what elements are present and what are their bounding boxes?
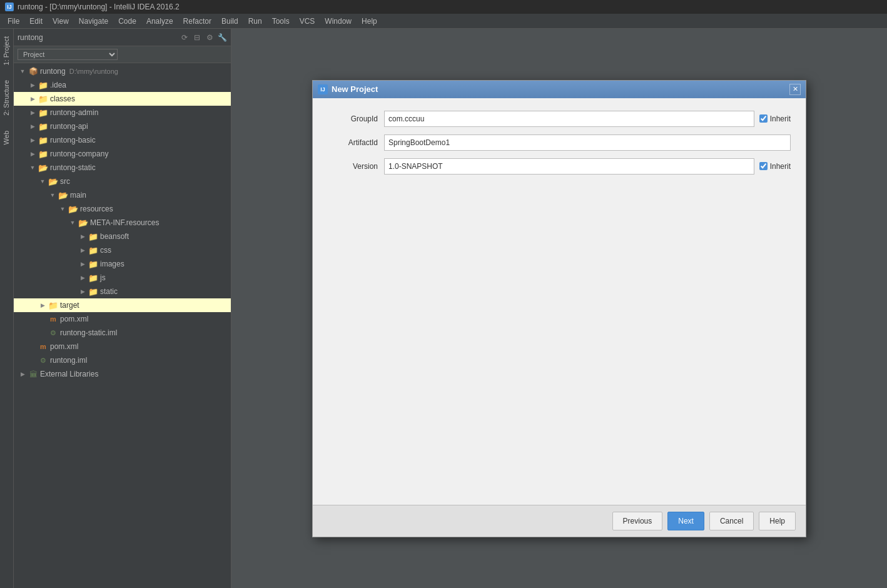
tab-web[interactable]: Web <box>0 123 13 152</box>
menu-refactor[interactable]: Refactor <box>178 16 216 27</box>
target-arrow: ▶ <box>39 302 46 309</box>
admin-label: runtong-admin <box>50 108 98 117</box>
tree-external-libs[interactable]: ▶ 🏛 External Libraries <box>14 367 231 381</box>
menu-bar: File Edit View Navigate Code Analyze Ref… <box>0 14 887 29</box>
project-selector: Project Packages Scratches <box>14 46 231 63</box>
tree-runtong-admin[interactable]: ▶ 📁 runtong-admin <box>14 106 231 119</box>
next-button[interactable]: Next <box>667 512 704 530</box>
company-folder-icon: 📁 <box>38 149 48 159</box>
settings-button[interactable]: ⚙ <box>205 33 215 43</box>
cancel-button[interactable]: Cancel <box>709 512 754 530</box>
js-label: js <box>100 273 106 282</box>
resources-folder-icon: 📂 <box>68 204 78 214</box>
menu-window[interactable]: Window <box>320 16 357 27</box>
new-project-dialog: IJ New Project ✕ GroupId Inherit <box>312 80 806 537</box>
main-label: main <box>70 191 86 200</box>
main-arrow: ▼ <box>49 191 56 199</box>
tree-runtong-iml[interactable]: ⚙ runtong.iml <box>14 353 231 367</box>
basic-folder-icon: 📁 <box>38 135 48 145</box>
css-arrow: ▶ <box>79 246 86 254</box>
menu-run[interactable]: Run <box>243 16 267 27</box>
panel-actions: ⟳ ⊟ ⚙ 🔧 <box>180 33 227 43</box>
tab-project[interactable]: 1: Project <box>0 29 13 73</box>
tree-beansoft[interactable]: ▶ 📁 beansoft <box>14 230 231 243</box>
pom-static-label: pom.xml <box>60 315 88 323</box>
gear-button[interactable]: 🔧 <box>217 33 227 43</box>
group-id-inherit-checkbox[interactable] <box>759 114 768 123</box>
tree-runtong-company[interactable]: ▶ 📁 runtong-company <box>14 147 231 161</box>
tree-static-folder[interactable]: ▶ 📁 static <box>14 285 231 298</box>
js-arrow: ▶ <box>79 274 86 281</box>
sync-button[interactable]: ⟳ <box>180 33 190 43</box>
tree-classes[interactable]: ▶ 📁 classes <box>14 92 231 106</box>
app-icon: IJ <box>5 3 14 11</box>
tree-images[interactable]: ▶ 📁 images <box>14 257 231 271</box>
group-id-inherit-label: Inherit <box>770 114 791 123</box>
menu-navigate[interactable]: Navigate <box>74 16 113 27</box>
company-label: runtong-company <box>50 150 108 158</box>
panel-header: runtong ⟳ ⊟ ⚙ 🔧 <box>14 29 231 46</box>
menu-edit[interactable]: Edit <box>24 16 48 27</box>
dialog-body: GroupId Inherit ArtifactId <box>313 98 806 505</box>
tree-runtong-basic[interactable]: ▶ 📁 runtong-basic <box>14 133 231 147</box>
tree-pom-static[interactable]: m pom.xml <box>14 312 231 326</box>
artifact-id-label: ArtifactId <box>328 138 378 147</box>
menu-vcs[interactable]: VCS <box>295 16 320 27</box>
menu-file[interactable]: File <box>3 16 24 27</box>
menu-analyze[interactable]: Analyze <box>141 16 178 27</box>
tree-runtong-static[interactable]: ▼ 📂 runtong-static <box>14 161 231 175</box>
help-button[interactable]: Help <box>759 512 796 530</box>
dialog-title-text: New Project <box>332 84 378 94</box>
tree-css[interactable]: ▶ 📁 css <box>14 243 231 257</box>
admin-folder-icon: 📁 <box>38 108 48 118</box>
dialog-close-button[interactable]: ✕ <box>789 84 801 95</box>
left-panel: 1: Project 2: Structure Web runtong ⟳ ⊟ … <box>0 29 231 588</box>
resources-label: resources <box>80 205 113 213</box>
tree-pom-root[interactable]: m pom.xml <box>14 340 231 353</box>
menu-view[interactable]: View <box>48 16 74 27</box>
static-folder-label: static <box>100 287 118 296</box>
tree-idea[interactable]: ▶ 📁 .idea <box>14 78 231 92</box>
target-folder-icon: 📁 <box>48 300 58 310</box>
tree-js[interactable]: ▶ 📁 js <box>14 271 231 285</box>
view-selector[interactable]: Project Packages Scratches <box>18 49 118 60</box>
file-tree[interactable]: ▼ 📦 runtong D:\mmy\runtong ▶ 📁 .idea ▶ � <box>14 63 231 588</box>
menu-code[interactable]: Code <box>113 16 141 27</box>
group-id-input[interactable] <box>384 111 754 127</box>
tree-runtong-api[interactable]: ▶ 📁 runtong-api <box>14 119 231 133</box>
root-arrow: ▼ <box>19 68 26 75</box>
tree-root[interactable]: ▼ 📦 runtong D:\mmy\runtong <box>14 64 231 78</box>
runtong-iml-icon: ⚙ <box>38 355 48 365</box>
tree-meta-inf[interactable]: ▼ 📂 META-INF.resources <box>14 216 231 230</box>
menu-help[interactable]: Help <box>357 16 382 27</box>
version-label: Version <box>328 162 378 171</box>
tree-src[interactable]: ▼ 📂 src <box>14 175 231 188</box>
version-input[interactable] <box>384 158 754 175</box>
artifact-id-input[interactable] <box>384 134 791 151</box>
api-folder-icon: 📁 <box>38 121 48 131</box>
title-bar: IJ runtong - [D:\mmy\runtong] - IntelliJ… <box>0 0 887 14</box>
static-folder-icon2: 📁 <box>88 286 98 297</box>
tree-main[interactable]: ▼ 📂 main <box>14 188 231 202</box>
static-folder-arrow: ▶ <box>79 288 86 295</box>
tree-static-iml[interactable]: ⚙ runtong-static.iml <box>14 326 231 340</box>
main-layout: 1: Project 2: Structure Web runtong ⟳ ⊟ … <box>0 29 887 588</box>
api-label: runtong-api <box>50 122 88 131</box>
images-folder-icon: 📁 <box>88 259 98 269</box>
menu-build[interactable]: Build <box>216 16 243 27</box>
previous-button[interactable]: Previous <box>612 512 663 530</box>
tree-resources[interactable]: ▼ 📂 resources <box>14 202 231 216</box>
tab-structure[interactable]: 2: Structure <box>0 73 13 123</box>
pom-root-arrow <box>29 343 36 350</box>
dialog-footer: Previous Next Cancel Help <box>313 505 806 537</box>
menu-tools[interactable]: Tools <box>267 16 295 27</box>
version-inherit-checkbox[interactable] <box>759 162 768 170</box>
tree-target[interactable]: ▶ 📁 target <box>14 298 231 312</box>
src-arrow: ▼ <box>39 178 46 185</box>
js-folder-icon: 📁 <box>88 273 98 283</box>
collapse-button[interactable]: ⊟ <box>192 33 202 43</box>
pom-root-icon: m <box>38 342 48 352</box>
root-path: D:\mmy\runtong <box>69 68 118 75</box>
version-inherit-label: Inherit <box>770 162 791 171</box>
artifact-id-row: ArtifactId <box>328 134 791 151</box>
